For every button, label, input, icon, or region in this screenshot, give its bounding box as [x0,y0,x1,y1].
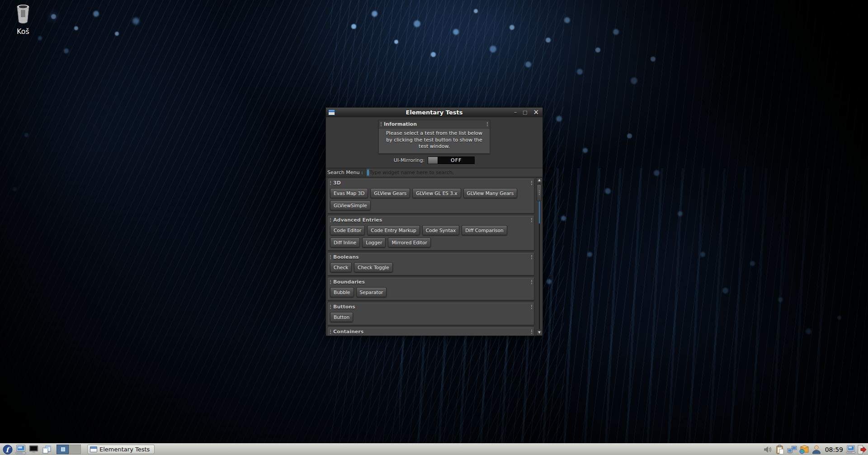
search-entry[interactable] [366,168,542,177]
computer-launcher[interactable] [14,444,27,455]
category-section-containers: ContainersBox AlignBox HomogeneousBox Ho… [328,327,534,336]
category-button-row: Evas Map 3DGLView GearsGLView GL ES 3.xG… [330,188,532,210]
workspace-1-active[interactable] [57,445,69,454]
trash-icon [14,4,33,24]
ui-mirroring-toggle[interactable]: OFF [428,156,475,164]
minimize-button[interactable]: – [514,108,517,117]
scrollbar-thumb[interactable] [537,184,542,201]
workspace-pager [57,445,81,454]
category-section-booleans: BooleansCheckCheck Toggle [328,253,534,275]
test-list: 3DEvas Map 3DGLView GearsGLView GL ES 3.… [326,177,542,336]
test-button-diff-inline[interactable]: Diff Inline [330,237,360,247]
network-icon[interactable] [787,445,797,455]
window-body: Information Please select a test from th… [326,117,542,336]
scrollbar-track[interactable] [539,184,540,329]
test-button-code-editor[interactable]: Code Editor [330,225,365,235]
information-frame-header: Information [379,120,490,128]
show-desktop-button[interactable] [41,444,53,455]
fedora-logo-icon: f [3,445,13,455]
trash-label: Koš [11,27,35,36]
system-tray [763,445,821,455]
updates-icon[interactable] [799,445,809,455]
scroll-down-arrow-icon[interactable]: ▼ [536,330,542,336]
category-header-booleans: Booleans [330,254,532,261]
taskbar-clock[interactable]: 08:59 [825,446,843,453]
taskbar: f Elementary Tests [0,443,868,455]
test-button-diff-comparison[interactable]: Diff Comparison [462,225,507,235]
test-button-code-entry-markup[interactable]: Code Entry Markup [367,225,420,235]
test-button-check[interactable]: Check [330,262,352,272]
workspace-2[interactable] [69,445,81,454]
scroll-up-arrow-icon[interactable]: ▲ [536,177,542,183]
test-button-bubble[interactable]: Bubble [330,287,354,297]
volume-icon[interactable] [763,445,773,455]
maximize-button[interactable]: □ [523,108,527,117]
test-button-check-toggle[interactable]: Check Toggle [354,262,392,272]
category-button-row: BubbleSeparator [330,287,532,297]
category-button-row: Code EditorCode Entry MarkupCode SyntaxD… [330,225,532,247]
category-header-containers: Containers [330,328,532,336]
clipboard-icon[interactable] [775,445,785,455]
logout-icon[interactable] [857,445,867,455]
category-section-boundaries: BoundariesBubbleSeparator [328,278,534,300]
category-header-buttons: Buttons [330,303,532,311]
display-icon[interactable] [846,445,856,455]
category-section-advanced-entries: Advanced EntriesCode EditorCode Entry Ma… [328,216,534,251]
search-row: Search Menu : [326,168,542,177]
search-input[interactable] [368,168,542,177]
ui-mirroring-label: UI-Mirroring: [394,157,425,163]
category-header-3d: 3D [330,180,532,187]
computer-monitor-icon [15,445,26,455]
task-button-elementary-tests[interactable]: Elementary Tests [87,445,155,454]
task-button-label: Elementary Tests [99,446,150,453]
test-button-logger[interactable]: Logger [362,237,386,247]
test-button-button[interactable]: Button [330,312,353,322]
test-button-code-syntax[interactable]: Code Syntax [422,225,460,235]
toggle-state-label: OFF [438,157,474,164]
test-list-sections: 3DEvas Map 3DGLView GearsGLView GL ES 3.… [326,177,536,336]
search-label: Search Menu : [326,170,366,175]
desktop-icon-trash[interactable]: Koš [11,4,35,36]
test-button-glview-many-gears[interactable]: GLView Many Gears [463,188,518,198]
category-button-row: Button [330,312,532,322]
test-button-evas-map-3d[interactable]: Evas Map 3D [330,188,368,198]
toggle-knob[interactable] [428,157,438,164]
test-button-mirrored-editor[interactable]: Mirrored Editor [388,237,430,247]
fedora-menu-button[interactable]: f [1,444,14,455]
screensaver-launcher[interactable] [28,444,40,455]
information-frame: Information Please select a test from th… [378,120,490,154]
window-title: Elementary Tests [326,109,542,116]
category-header-advanced-entries: Advanced Entries [330,217,532,224]
elementary-tests-window: Elementary Tests – □ × Information Pleas… [326,107,543,336]
information-frame-text: Please select a test from the list below… [379,128,490,153]
category-button-row: CheckCheck Toggle [330,262,532,272]
category-section-3d: 3DEvas Map 3DGLView GearsGLView GL ES 3.… [328,179,534,213]
test-button-glview-gl-es-3-x[interactable]: GLView GL ES 3.x [412,188,461,198]
close-button[interactable]: × [533,108,539,117]
category-section-buttons: ButtonsButton [328,303,534,325]
test-button-glviewsimple[interactable]: GLViewSimple [330,200,371,210]
dark-screen-icon [28,445,39,455]
windows-icon [42,445,52,455]
window-icon [328,109,335,115]
test-button-separator[interactable]: Separator [356,287,387,297]
user-icon[interactable] [811,445,821,455]
window-titlebar[interactable]: Elementary Tests – □ × [326,108,542,117]
task-window-icon [90,446,97,452]
ui-mirroring-row: UI-Mirroring: OFF [326,156,542,164]
category-header-boundaries: Boundaries [330,279,532,286]
scrollbar[interactable]: ▲ ▼ [536,177,542,336]
test-button-glview-gears[interactable]: GLView Gears [370,188,410,198]
